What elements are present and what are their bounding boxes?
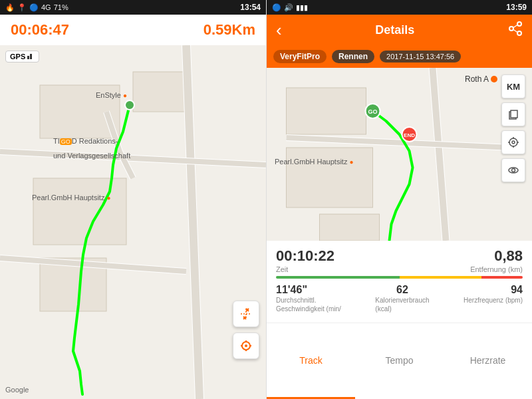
left-map-svg <box>0 45 266 399</box>
tab-herzrate-label: Herzrate <box>470 355 506 366</box>
left-map: GPS EnStyle ● TIGOD Redaktions- und Verl… <box>0 45 266 399</box>
svg-point-43 <box>509 138 517 146</box>
left-header: 00:06:47 0.59Km <box>0 15 266 45</box>
distance-value: 0,88 <box>470 247 523 265</box>
svg-line-27 <box>513 25 517 28</box>
time-value: 00:10:22 <box>276 247 334 265</box>
avg-speed-stat: 11'46" Durchschnittl.Geschwindigkeit (mi… <box>276 284 341 313</box>
color-bar <box>276 276 523 279</box>
svg-rect-2 <box>133 72 186 112</box>
battery-text: 71% <box>54 3 68 11</box>
distance-stat: 0,88 Entfernung (km) <box>470 247 523 273</box>
tab-track[interactable]: Track <box>267 323 355 399</box>
heart-rate-value: 94 <box>511 284 523 296</box>
map-controls-left <box>233 301 259 359</box>
roth-label: Roth A <box>465 74 497 84</box>
svg-point-19 <box>245 344 247 347</box>
enstyle-label: EnStyle ● <box>96 91 127 99</box>
tab-tempo-label: Tempo <box>385 355 413 366</box>
right-map-svg: GO END <box>267 68 532 241</box>
svg-point-50 <box>512 169 515 172</box>
elapsed-time: 00:06:47 <box>11 21 69 39</box>
activity-tag: Rennen <box>332 50 374 63</box>
location-icon: 📍 <box>17 3 27 12</box>
heart-rate-label: Herzfrequenz (bpm) <box>464 296 523 305</box>
tab-herzrate[interactable]: Herzrate <box>444 323 532 399</box>
svg-text:GO: GO <box>368 108 377 115</box>
svg-point-24 <box>517 22 521 26</box>
right-map: GO END Pearl.GmbH Hauptsitz ● Roth A KM <box>267 68 532 241</box>
stats-sub-row: 11'46" Durchschnittl.Geschwindigkeit (mi… <box>276 284 523 313</box>
target-button[interactable] <box>501 130 525 154</box>
right-status-icons: 🔵 🔊 ▮▮▮ <box>272 3 308 12</box>
share-button[interactable] <box>508 21 523 39</box>
svg-line-28 <box>513 30 517 33</box>
gps-badge: GPS <box>5 51 39 63</box>
bottom-tabs: Track Tempo Herzrate <box>267 323 532 399</box>
calories-label: Kalorienverbrauch(kcal) <box>375 296 429 313</box>
google-watermark: Google <box>5 386 29 394</box>
distance: 0.59Km <box>203 21 255 39</box>
svg-rect-30 <box>287 88 366 134</box>
stats-section: 00:10:22 Zeit 0,88 Entfernung (km) 11'46… <box>267 241 532 323</box>
flame-icon: 🔥 <box>5 3 15 12</box>
right-map-controls: KM <box>501 74 525 182</box>
svg-point-11 <box>125 100 134 110</box>
copy-button[interactable] <box>501 102 525 126</box>
tiod-label: TIGOD Redaktions- <box>53 137 118 145</box>
crosshair-button[interactable] <box>233 301 259 327</box>
right-status-bar: 🔵 🔊 ▮▮▮ 13:59 <box>267 0 532 15</box>
roth-text: Roth A <box>465 74 489 84</box>
svg-point-44 <box>512 141 515 144</box>
svg-point-26 <box>517 31 521 35</box>
time-stat: 00:10:22 Zeit <box>276 247 334 273</box>
svg-rect-32 <box>320 214 380 241</box>
svg-point-25 <box>509 27 513 31</box>
locate-button[interactable] <box>233 332 259 359</box>
bluetooth-icon-right: 🔵 <box>272 3 281 12</box>
svg-rect-31 <box>287 148 373 207</box>
pearl-label-right: Pearl.GmbH Hauptsitz ● <box>275 158 354 166</box>
time-label: Zeit <box>276 265 334 273</box>
roth-dot <box>491 76 497 82</box>
volume-icon: 🔊 <box>284 3 293 12</box>
signal-bars <box>27 54 35 59</box>
right-status-time: 13:59 <box>506 3 527 12</box>
calories-stat: 62 Kalorienverbrauch(kcal) <box>375 284 429 313</box>
left-panel: 🔥 📍 🔵 4G 71% 13:54 00:06:47 0.59Km <box>0 0 266 399</box>
svg-rect-42 <box>511 110 517 118</box>
bar-yellow <box>400 276 482 279</box>
tab-tempo[interactable]: Tempo <box>355 323 444 399</box>
page-title: Details <box>375 23 414 37</box>
signal-icon: ▮▮▮ <box>296 3 308 12</box>
svg-rect-3 <box>33 178 126 245</box>
bluetooth-icon: 🔵 <box>29 3 39 12</box>
svg-text:END: END <box>404 132 415 138</box>
left-status-left: 🔥 📍 🔵 4G 71% <box>5 3 68 12</box>
tiod-label2: und Verlagsgesellschaft <box>53 152 130 160</box>
right-panel: 🔵 🔊 ▮▮▮ 13:59 ‹ Details VeryFitPro Renne… <box>266 0 532 399</box>
avg-speed-label: Durchschnittl.Geschwindigkeit (min/ <box>276 296 341 313</box>
km-button[interactable]: KM <box>501 74 525 98</box>
bar-red <box>481 276 523 279</box>
calories-value: 62 <box>396 284 408 296</box>
tab-track-label: Track <box>299 355 322 366</box>
bar-green <box>276 276 400 279</box>
stats-main-row: 00:10:22 Zeit 0,88 Entfernung (km) <box>276 247 523 273</box>
left-status-bar: 🔥 📍 🔵 4G 71% 13:54 <box>0 0 266 15</box>
app-tag: VeryFitPro <box>273 50 327 63</box>
right-header: ‹ Details <box>267 15 532 45</box>
date-tag: 2017-11-15 13:47:56 <box>380 51 461 63</box>
info-bar: VeryFitPro Rennen 2017-11-15 13:47:56 <box>267 45 532 68</box>
eye-button[interactable] <box>501 158 525 182</box>
distance-label: Entfernung (km) <box>470 265 523 273</box>
pearl-label-left: Pearl.GmbH Hauptsitz ● <box>32 194 111 201</box>
heart-rate-stat: 94 Herzfrequenz (bpm) <box>464 284 523 313</box>
avg-speed-value: 11'46" <box>276 284 307 296</box>
back-button[interactable]: ‹ <box>276 20 282 41</box>
signal-text: 4G <box>41 3 51 11</box>
left-status-time: 13:54 <box>240 3 261 12</box>
gps-label: GPS <box>10 53 25 61</box>
